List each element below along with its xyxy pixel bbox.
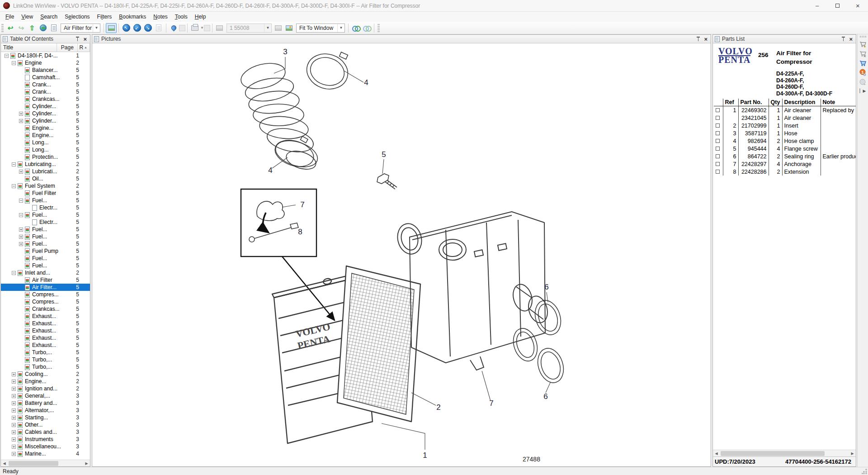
expand-icon[interactable]: + (12, 437, 16, 442)
view-cart-button[interactable] (859, 58, 868, 68)
parts-table-row[interactable]: 7224282974Anchorage (714, 160, 856, 168)
toc-row[interactable]: Long...5 (1, 146, 90, 153)
parts-table-row[interactable]: 49826942Hose clamp (714, 137, 856, 145)
toc-row[interactable]: Cylinder...5 (1, 103, 90, 110)
toc-row[interactable]: −Fuel System2 (1, 182, 90, 190)
toc-row[interactable]: Compres...5 (1, 291, 90, 298)
toc-row[interactable]: Exhaust...5 (1, 334, 90, 342)
scroll-left-icon[interactable]: ◀ (1, 461, 8, 466)
print-button[interactable] (189, 23, 200, 33)
parts-table-row[interactable]: 234210451Air cleaner (714, 114, 856, 122)
row-checkbox[interactable] (716, 108, 720, 112)
parts-table-row[interactable]: 1224693021Air cleanerReplaced by 2 (714, 106, 856, 114)
pictures-pin-icon[interactable] (696, 36, 701, 42)
callout-1[interactable]: 1 (423, 451, 427, 460)
toolbar-grip-2[interactable] (377, 24, 380, 32)
fit-combobox[interactable]: Fit To Window ▼ (296, 24, 345, 33)
toc-row[interactable]: Exhaust...5 (1, 327, 90, 334)
find-hotspot-button[interactable]: 1 (859, 68, 868, 77)
expand-icon[interactable]: + (12, 394, 16, 398)
zoom-image-button[interactable] (214, 23, 225, 33)
toc-row[interactable]: +Ignition and...2 (1, 385, 90, 392)
note-column-header[interactable]: Note (821, 99, 856, 106)
toc-col-title[interactable]: Title (1, 43, 57, 52)
expand-icon[interactable]: + (19, 242, 23, 246)
expand-icon[interactable]: + (19, 112, 23, 116)
menu-bookmarks[interactable]: Bookmarks (115, 12, 150, 21)
fit-window-button[interactable] (284, 23, 295, 33)
expand-icon[interactable]: + (19, 119, 23, 123)
menu-search[interactable]: Search (37, 12, 61, 21)
collapse-icon[interactable]: − (12, 271, 16, 275)
expand-icon[interactable]: + (12, 372, 16, 376)
scale-chevron-icon[interactable]: ▼ (264, 24, 271, 32)
parts-table-row[interactable]: 8224282862Extension (714, 168, 856, 176)
toc-row[interactable]: −D4-180I-F, D4-...1 (1, 52, 90, 59)
toc-row[interactable]: Oil...5 (1, 175, 90, 182)
row-checkbox[interactable] (716, 124, 720, 128)
callout-6[interactable]: 6 (543, 392, 547, 401)
toc-row[interactable]: Fuel...5 (1, 255, 90, 262)
collapse-icon[interactable]: − (5, 54, 9, 58)
expand-icon[interactable]: + (19, 228, 23, 232)
toc-row[interactable]: Turbo,...5 (1, 363, 90, 370)
back-button[interactable]: ↩ (5, 23, 16, 33)
row-checkbox[interactable] (716, 162, 720, 166)
scroll-right-icon[interactable]: ▶ (83, 461, 90, 466)
toc-row[interactable]: Engine...5 (1, 132, 90, 139)
callout-4[interactable]: 4 (364, 78, 368, 87)
menu-filters[interactable]: Filters (94, 12, 116, 21)
row-checkbox[interactable] (716, 170, 720, 174)
expand-icon[interactable]: + (12, 401, 16, 405)
menu-notes[interactable]: Notes (150, 12, 171, 21)
callout-3[interactable]: 3 (283, 48, 287, 56)
expand-icon[interactable]: + (12, 387, 16, 391)
collapse-icon[interactable]: − (12, 184, 16, 188)
parts-scroll-right-icon[interactable]: ▶ (849, 451, 856, 456)
toc-row[interactable]: Engine...5 (1, 124, 90, 132)
parts-pin-icon[interactable] (841, 36, 846, 42)
toc-row[interactable]: Crankcas...5 (1, 95, 90, 103)
toc-row[interactable]: Air Filter5 (1, 276, 90, 284)
toc-col-r[interactable]: R▲ (78, 43, 90, 52)
expand-icon[interactable]: + (12, 380, 16, 384)
toc-row[interactable]: Crank...5 (1, 88, 90, 95)
toc-pin-icon[interactable] (75, 36, 80, 42)
toc-col-page[interactable]: Page (57, 43, 78, 52)
toc-row[interactable]: Protectin...5 (1, 153, 90, 161)
toc-row[interactable]: Camshaft...5 (1, 74, 90, 81)
toc-row[interactable]: Crankcas...5 (1, 305, 90, 313)
parts-table-row[interactable]: 68647222Sealing ringEarlier produc (714, 152, 856, 160)
collapse-icon[interactable]: − (12, 61, 16, 65)
toc-row[interactable]: Turbo,...5 (1, 356, 90, 363)
toc-row[interactable]: +Cylinder...5 (1, 110, 90, 117)
toc-row[interactable]: Fuel Filter5 (1, 190, 90, 197)
parts-table-row[interactable]: 2217029991Insert (714, 122, 856, 129)
toc-row[interactable]: Compres...5 (1, 298, 90, 305)
menu-help[interactable]: Help (191, 12, 210, 21)
forward-button[interactable]: ↪ (16, 23, 27, 33)
expand-icon[interactable]: + (12, 416, 16, 420)
fit-width-button[interactable] (273, 23, 284, 33)
partno-column-header[interactable]: Part No. (738, 99, 769, 106)
notes-page-button[interactable] (153, 23, 164, 33)
row-checkbox[interactable] (716, 116, 720, 120)
toc-row[interactable]: +Other...3 (1, 421, 90, 428)
toc-row[interactable]: Fuel Pump5 (1, 247, 90, 255)
toc-row[interactable]: +General,...3 (1, 392, 90, 399)
toolbar-expand-icon[interactable]: ▏▶ (860, 89, 866, 93)
up-button[interactable]: ⇧ (27, 23, 38, 33)
chevron-down-icon[interactable]: ▼ (93, 24, 100, 32)
expand-icon[interactable]: + (12, 452, 16, 456)
callout-8[interactable]: 8 (298, 228, 302, 236)
toc-hscroll-thumb[interactable] (9, 461, 58, 466)
exploded-diagram[interactable]: VOLVO PENTA (92, 43, 711, 466)
toc-row[interactable]: Long...5 (1, 139, 90, 146)
expand-icon[interactable]: + (12, 423, 16, 427)
callout-4[interactable]: 4 (268, 166, 272, 175)
toc-row[interactable]: Exhaust...5 (1, 320, 90, 327)
toc-row[interactable]: Air Filter...5 (1, 284, 90, 291)
hotspot-up-button[interactable]: ↖ (121, 23, 132, 33)
toc-row[interactable]: +Cables and...3 (1, 428, 90, 436)
menu-selections[interactable]: Selections (61, 12, 93, 21)
